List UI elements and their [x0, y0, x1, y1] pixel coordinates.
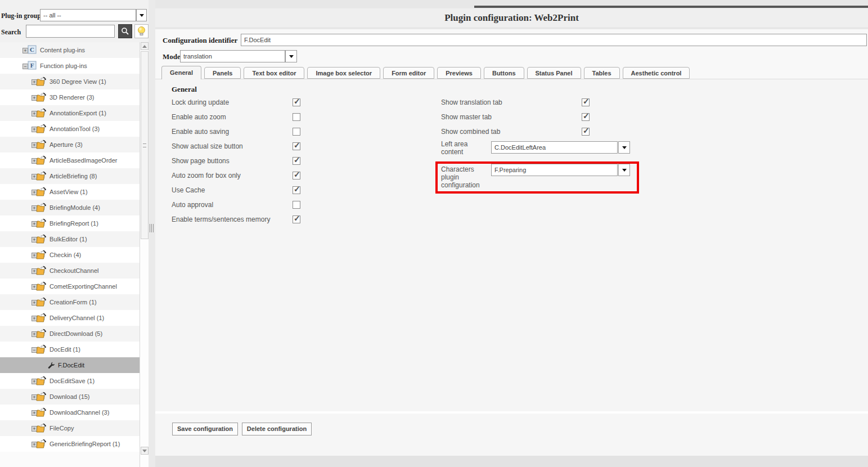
option-label: Enable auto zoom: [172, 113, 293, 121]
option-label: Show actual size button: [172, 142, 293, 150]
checkbox[interactable]: [293, 157, 300, 165]
checkbox[interactable]: [293, 172, 300, 179]
plugin-icon: [36, 203, 47, 214]
tree-item[interactable]: + DeliveryChannel (1): [0, 310, 140, 326]
tree-item[interactable]: + BriefingReport (1): [0, 215, 140, 231]
tree-item[interactable]: + CreationForm (1): [0, 294, 140, 310]
tab-image-box-selector[interactable]: Image box selector: [307, 67, 380, 79]
plugin-group-dropdown-button[interactable]: [136, 9, 147, 21]
checkbox[interactable]: [293, 201, 300, 209]
tab-text-box-editor[interactable]: Text box editor: [244, 67, 304, 79]
tree-item[interactable]: + AssetView (1): [0, 184, 140, 200]
tab-panels[interactable]: Panels: [204, 67, 241, 79]
chevron-down-icon: [142, 450, 147, 452]
checkbox[interactable]: [293, 186, 300, 194]
tree-item-label: DownloadChannel (3): [50, 409, 109, 416]
plugin-icon: [36, 92, 47, 104]
search-icon: [121, 27, 129, 35]
tree-item-label: DirectDownload (5): [50, 330, 102, 337]
tab-buttons[interactable]: Buttons: [484, 67, 524, 79]
scrollbar-thumb[interactable]: [141, 51, 149, 239]
highlight-annotation-box: [435, 161, 639, 194]
tree-item[interactable]: + CometExportingChannel: [0, 279, 140, 294]
tab-status-panel[interactable]: Status Panel: [527, 67, 581, 79]
tree-item-label: DocEditSave (1): [50, 378, 95, 384]
tab-general[interactable]: General: [161, 66, 201, 79]
tree-item[interactable]: + C Content plug-ins: [0, 42, 140, 58]
search-button[interactable]: [118, 24, 132, 38]
tab-previews[interactable]: Previews: [437, 67, 481, 79]
tree-item[interactable]: − F Function plug-ins: [0, 58, 140, 74]
config-identifier-input[interactable]: [241, 34, 867, 46]
plugin-icon: [36, 108, 47, 120]
tree-item[interactable]: + DirectDownload (5): [0, 326, 140, 342]
tree-item-label: DocEdit (1): [50, 346, 80, 353]
tree-item[interactable]: + CheckoutChannel: [0, 263, 140, 279]
tree-item[interactable]: + AnnotationTool (3): [0, 121, 140, 137]
sidebar-splitter[interactable]: [149, 0, 155, 467]
option-row: Use Cache: [172, 183, 340, 197]
tree-item-label: AnnotationExport (1): [50, 110, 106, 116]
checkbox[interactable]: [582, 113, 590, 121]
plugin-icon: [36, 313, 47, 325]
mode-label: Mode: [163, 52, 181, 61]
tab-form-editor[interactable]: Form editor: [383, 67, 434, 79]
tree-item[interactable]: + BriefingModule (4): [0, 200, 140, 215]
tree-item[interactable]: + Checkin (4): [0, 247, 140, 263]
search-input[interactable]: [26, 25, 115, 38]
mode-dropdown-button[interactable]: [285, 50, 297, 62]
scroll-down-button[interactable]: [141, 447, 149, 455]
tree-item[interactable]: + DownloadChannel (3): [0, 405, 140, 420]
checkbox[interactable]: [582, 128, 590, 136]
content-icon: C: [28, 45, 37, 56]
checkbox[interactable]: [582, 98, 590, 106]
tree-item-label: CometExportingChannel: [50, 283, 117, 290]
checkbox[interactable]: [293, 128, 300, 136]
tree-item-label: Function plug-ins: [40, 62, 87, 69]
tree-item[interactable]: + ArticleBasedImageOrder: [0, 152, 140, 168]
tree-item[interactable]: − DocEdit (1): [0, 342, 140, 357]
tab-aesthetic-control[interactable]: Aesthetic control: [623, 67, 690, 79]
tree-item[interactable]: + DocEditSave (1): [0, 373, 140, 389]
tree-item[interactable]: + 3D Renderer (3): [0, 89, 140, 105]
save-configuration-button[interactable]: Save configuration: [172, 423, 238, 435]
tree-item[interactable]: + FileCopy: [0, 420, 140, 436]
tree-item-label: Checkin (4): [50, 252, 81, 258]
tree-item[interactable]: + AnnotationExport (1): [0, 105, 140, 121]
tree-item[interactable]: + BulkEditor (1): [0, 231, 140, 247]
scroll-up-button[interactable]: [141, 42, 149, 50]
checkbox[interactable]: [293, 142, 300, 150]
plugin-icon: [36, 423, 47, 435]
tab-bar: GeneralPanelsText box editorImage box se…: [161, 65, 690, 79]
tab-tables[interactable]: Tables: [584, 67, 620, 79]
delete-configuration-button[interactable]: Delete configuration: [242, 423, 312, 435]
plugin-icon: [36, 329, 47, 340]
left-area-content-label: Left area content: [441, 140, 489, 156]
config-panel: Configuration identifier Mode GeneralPan…: [155, 29, 868, 411]
hint-button[interactable]: [134, 24, 149, 38]
plugin-icon: [36, 439, 47, 451]
checkbox[interactable]: [293, 98, 300, 106]
checkbox[interactable]: [293, 113, 300, 121]
plugin-group-select[interactable]: [40, 9, 136, 21]
plugin-group-label: Plug-in group: [1, 12, 41, 20]
tree-item-label: ArticleBriefing (8): [50, 173, 97, 179]
checkbox[interactable]: [293, 215, 300, 223]
mode-select[interactable]: [180, 50, 285, 62]
tree-item[interactable]: + 360 Degree View (1): [0, 74, 140, 89]
option-label: Show page buttons: [172, 157, 293, 165]
tree-item[interactable]: + GenericBriefingReport (1): [0, 436, 140, 452]
header-bar: Plugin configuration: Web2Print: [155, 8, 868, 27]
option-row: Enable auto zoom: [172, 110, 340, 124]
splitter-grip-icon[interactable]: [150, 224, 154, 232]
option-label: Enable terms/sentences memory: [172, 215, 293, 223]
tree-scrollbar[interactable]: [140, 42, 149, 467]
tree-item[interactable]: + Download (15): [0, 389, 140, 405]
tree-item[interactable]: + Aperture (3): [0, 137, 140, 152]
left-area-dropdown-button[interactable]: [618, 141, 630, 154]
general-options-right: Show translation tab Show master tab Sho…: [441, 95, 610, 139]
tree-item[interactable]: + ArticleBriefing (8): [0, 168, 140, 184]
left-area-content-select[interactable]: [491, 141, 618, 154]
tree-item-selected[interactable]: F.DocEdit: [0, 357, 140, 373]
function-icon: F: [28, 61, 37, 72]
